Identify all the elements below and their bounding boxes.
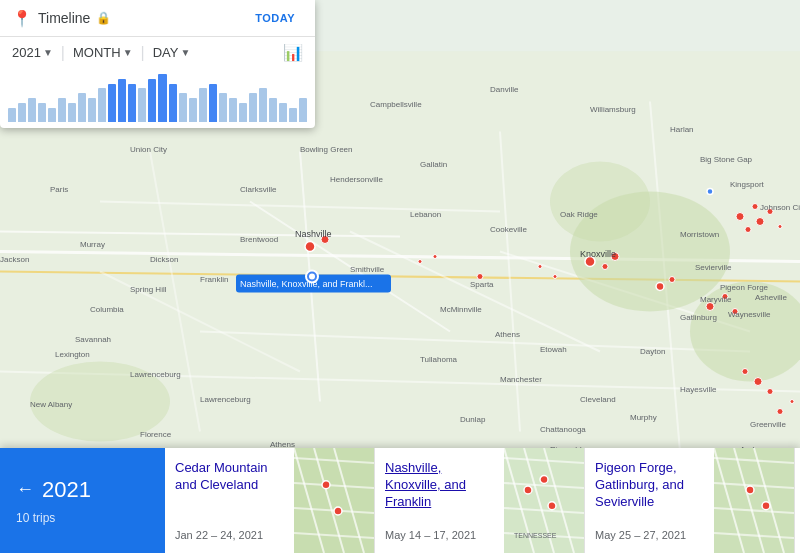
bar-25 xyxy=(259,88,267,122)
svg-text:Gatlinburg: Gatlinburg xyxy=(680,313,717,322)
lock-icon: 🔒 xyxy=(96,11,111,25)
bar-2 xyxy=(28,98,36,122)
svg-text:Sparta: Sparta xyxy=(470,280,494,289)
svg-text:New Albany: New Albany xyxy=(30,400,72,409)
bar-19 xyxy=(199,88,207,122)
year-sidebar: ← 2021 10 trips xyxy=(0,448,165,553)
svg-text:Murphy: Murphy xyxy=(630,413,657,422)
trip-card-date-cedar: Jan 22 – 24, 2021 xyxy=(175,529,284,541)
svg-text:Lawrenceburg: Lawrenceburg xyxy=(200,395,251,404)
svg-point-18 xyxy=(550,162,650,242)
svg-point-137 xyxy=(540,476,548,484)
svg-point-35 xyxy=(754,378,762,386)
separator-2: | xyxy=(141,44,145,62)
svg-point-30 xyxy=(778,225,782,229)
svg-point-23 xyxy=(602,264,608,270)
svg-point-39 xyxy=(656,283,664,291)
svg-point-46 xyxy=(553,275,557,279)
svg-text:Harlan: Harlan xyxy=(670,125,694,134)
trip-card-pigeon: Pigeon Forge, Gatlinburg, and Seviervill… xyxy=(585,448,795,553)
svg-text:Asheville: Asheville xyxy=(755,293,788,302)
back-arrow[interactable]: ← xyxy=(16,479,34,500)
svg-point-42 xyxy=(418,260,422,264)
day-dropdown-arrow: ▼ xyxy=(180,47,190,58)
trip-card-cedar: Cedar Mountain and ClevelandJan 22 – 24,… xyxy=(165,448,375,553)
svg-point-36 xyxy=(767,389,773,395)
bar-3 xyxy=(38,103,46,122)
svg-text:Clarksville: Clarksville xyxy=(240,185,277,194)
trip-card-title-pigeon: Pigeon Forge, Gatlinburg, and Seviervill… xyxy=(595,460,704,511)
bar-23 xyxy=(239,103,247,122)
svg-text:Lawrenceburg: Lawrenceburg xyxy=(130,370,181,379)
svg-text:Columbia: Columbia xyxy=(90,305,124,314)
timeline-panel: 📍 Timeline 🔒 TODAY 2021 ▼ | MONTH ▼ | DA… xyxy=(0,0,315,128)
bar-11 xyxy=(118,79,126,122)
bar-12 xyxy=(128,84,136,122)
svg-text:Sevierville: Sevierville xyxy=(695,263,732,272)
svg-text:Cleveland: Cleveland xyxy=(580,395,616,404)
svg-point-25 xyxy=(736,213,744,221)
trip-card-date-pigeon: May 25 – 27, 2021 xyxy=(595,529,704,541)
svg-text:McMinnville: McMinnville xyxy=(440,305,482,314)
bar-1 xyxy=(18,103,26,122)
svg-text:Oak Ridge: Oak Ridge xyxy=(560,210,598,219)
svg-text:Tullahoma: Tullahoma xyxy=(420,355,458,364)
month-value: MONTH xyxy=(73,45,121,60)
trip-card-info-cedar: Cedar Mountain and ClevelandJan 22 – 24,… xyxy=(165,448,294,553)
timeline-header: 📍 Timeline 🔒 TODAY xyxy=(0,0,315,37)
year-nav: ← 2021 xyxy=(16,477,149,503)
location-icon: 📍 xyxy=(12,9,32,28)
trip-card-nashville: Nashville, Knoxville, and FranklinMay 14… xyxy=(375,448,585,553)
year-value: 2021 xyxy=(12,45,41,60)
svg-point-135 xyxy=(524,486,532,494)
trip-card-title-cedar: Cedar Mountain and Cleveland xyxy=(175,460,284,494)
bar-4 xyxy=(48,108,56,122)
timeline-title: Timeline xyxy=(38,10,90,26)
bar-26 xyxy=(269,98,277,122)
bar-17 xyxy=(179,93,187,122)
svg-text:TENNESSEE: TENNESSEE xyxy=(514,532,557,539)
svg-text:Lexington: Lexington xyxy=(55,350,90,359)
bar-22 xyxy=(229,98,237,122)
svg-text:Morristown: Morristown xyxy=(680,230,719,239)
svg-text:Florence: Florence xyxy=(140,430,172,439)
bar-24 xyxy=(249,93,257,122)
svg-text:Manchester: Manchester xyxy=(500,375,542,384)
svg-text:Smithville: Smithville xyxy=(350,265,385,274)
svg-text:Spring Hill: Spring Hill xyxy=(130,285,167,294)
today-button[interactable]: TODAY xyxy=(247,8,303,28)
chart-icon[interactable]: 📊 xyxy=(283,43,303,62)
trip-card-date-nashville: May 14 – 17, 2021 xyxy=(385,529,494,541)
trip-card-thumb-pigeon xyxy=(714,448,794,553)
month-selector[interactable]: MONTH ▼ xyxy=(73,45,133,60)
svg-text:Lebanon: Lebanon xyxy=(410,210,441,219)
svg-text:Chattanooga: Chattanooga xyxy=(540,425,586,434)
bottom-strip: ← 2021 10 trips Cedar Mountain and Cleve… xyxy=(0,448,800,553)
svg-point-148 xyxy=(762,502,770,510)
svg-text:Paris: Paris xyxy=(50,185,68,194)
trip-card-title-nashville[interactable]: Nashville, Knoxville, and Franklin xyxy=(385,460,494,511)
day-selector[interactable]: DAY ▼ xyxy=(153,45,191,60)
svg-text:Dayton: Dayton xyxy=(640,347,665,356)
bar-5 xyxy=(58,98,66,122)
year-selector[interactable]: 2021 ▼ xyxy=(12,45,53,60)
bar-15 xyxy=(158,74,166,122)
bar-7 xyxy=(78,93,86,122)
svg-text:Bowling Green: Bowling Green xyxy=(300,145,352,154)
svg-text:Cookeville: Cookeville xyxy=(490,225,527,234)
month-dropdown-arrow: ▼ xyxy=(123,47,133,58)
svg-point-45 xyxy=(538,265,542,269)
year-dropdown-arrow: ▼ xyxy=(43,47,53,58)
bar-16 xyxy=(169,84,177,122)
svg-text:Jackson: Jackson xyxy=(0,255,29,264)
svg-point-147 xyxy=(746,486,754,494)
svg-point-20 xyxy=(305,242,315,252)
svg-text:Savannah: Savannah xyxy=(75,335,111,344)
svg-text:Maryville: Maryville xyxy=(700,295,732,304)
svg-text:Knoxville: Knoxville xyxy=(580,249,616,259)
svg-point-34 xyxy=(742,369,748,375)
bar-20 xyxy=(209,84,217,122)
svg-text:Murray: Murray xyxy=(80,240,105,249)
svg-text:Campbellsville: Campbellsville xyxy=(370,100,422,109)
svg-text:Johnson City: Johnson City xyxy=(760,203,800,212)
